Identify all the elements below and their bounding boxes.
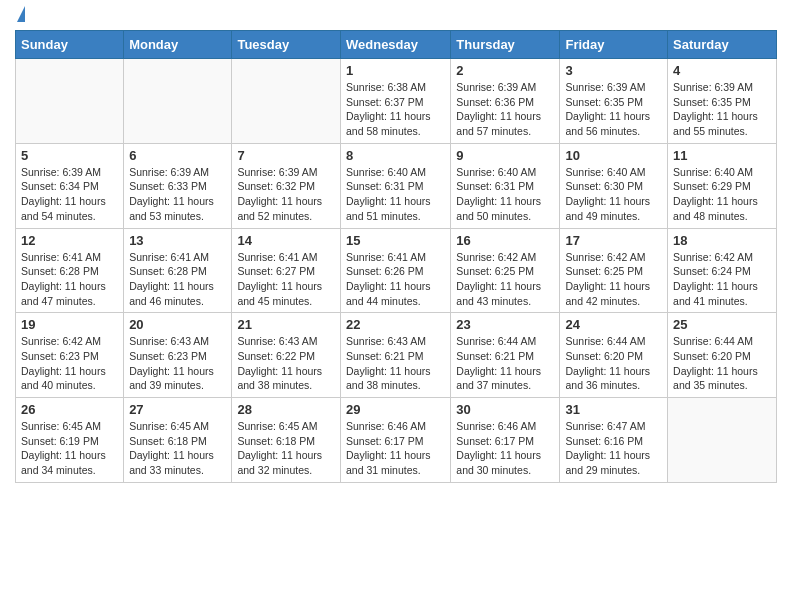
calendar-cell: 10Sunrise: 6:40 AMSunset: 6:30 PMDayligh… xyxy=(560,143,668,228)
weekday-header-sunday: Sunday xyxy=(16,31,124,59)
calendar-cell: 20Sunrise: 6:43 AMSunset: 6:23 PMDayligh… xyxy=(124,313,232,398)
day-number: 20 xyxy=(129,317,226,332)
day-number: 12 xyxy=(21,233,118,248)
day-info: Sunrise: 6:42 AMSunset: 6:24 PMDaylight:… xyxy=(673,250,771,309)
calendar-cell: 14Sunrise: 6:41 AMSunset: 6:27 PMDayligh… xyxy=(232,228,341,313)
day-number: 7 xyxy=(237,148,335,163)
calendar-cell: 17Sunrise: 6:42 AMSunset: 6:25 PMDayligh… xyxy=(560,228,668,313)
day-info: Sunrise: 6:39 AMSunset: 6:35 PMDaylight:… xyxy=(673,80,771,139)
day-number: 25 xyxy=(673,317,771,332)
calendar-cell xyxy=(668,398,777,483)
calendar-cell: 16Sunrise: 6:42 AMSunset: 6:25 PMDayligh… xyxy=(451,228,560,313)
day-info: Sunrise: 6:43 AMSunset: 6:22 PMDaylight:… xyxy=(237,334,335,393)
day-number: 11 xyxy=(673,148,771,163)
logo-triangle-icon xyxy=(17,6,25,22)
logo xyxy=(15,10,25,22)
calendar-cell: 12Sunrise: 6:41 AMSunset: 6:28 PMDayligh… xyxy=(16,228,124,313)
day-number: 6 xyxy=(129,148,226,163)
calendar-cell: 9Sunrise: 6:40 AMSunset: 6:31 PMDaylight… xyxy=(451,143,560,228)
day-info: Sunrise: 6:40 AMSunset: 6:30 PMDaylight:… xyxy=(565,165,662,224)
day-info: Sunrise: 6:42 AMSunset: 6:25 PMDaylight:… xyxy=(565,250,662,309)
calendar-cell: 22Sunrise: 6:43 AMSunset: 6:21 PMDayligh… xyxy=(340,313,450,398)
week-row-3: 19Sunrise: 6:42 AMSunset: 6:23 PMDayligh… xyxy=(16,313,777,398)
day-number: 30 xyxy=(456,402,554,417)
day-number: 21 xyxy=(237,317,335,332)
calendar-cell: 21Sunrise: 6:43 AMSunset: 6:22 PMDayligh… xyxy=(232,313,341,398)
calendar-cell: 25Sunrise: 6:44 AMSunset: 6:20 PMDayligh… xyxy=(668,313,777,398)
weekday-header-friday: Friday xyxy=(560,31,668,59)
day-number: 8 xyxy=(346,148,445,163)
day-info: Sunrise: 6:42 AMSunset: 6:23 PMDaylight:… xyxy=(21,334,118,393)
day-info: Sunrise: 6:46 AMSunset: 6:17 PMDaylight:… xyxy=(346,419,445,478)
weekday-header-monday: Monday xyxy=(124,31,232,59)
day-info: Sunrise: 6:39 AMSunset: 6:32 PMDaylight:… xyxy=(237,165,335,224)
day-info: Sunrise: 6:40 AMSunset: 6:29 PMDaylight:… xyxy=(673,165,771,224)
day-number: 10 xyxy=(565,148,662,163)
day-number: 22 xyxy=(346,317,445,332)
day-info: Sunrise: 6:39 AMSunset: 6:34 PMDaylight:… xyxy=(21,165,118,224)
logo-text xyxy=(15,10,25,22)
day-info: Sunrise: 6:43 AMSunset: 6:23 PMDaylight:… xyxy=(129,334,226,393)
day-number: 18 xyxy=(673,233,771,248)
header xyxy=(15,10,777,22)
calendar-table: SundayMondayTuesdayWednesdayThursdayFrid… xyxy=(15,30,777,483)
calendar-cell: 24Sunrise: 6:44 AMSunset: 6:20 PMDayligh… xyxy=(560,313,668,398)
week-row-4: 26Sunrise: 6:45 AMSunset: 6:19 PMDayligh… xyxy=(16,398,777,483)
week-row-1: 5Sunrise: 6:39 AMSunset: 6:34 PMDaylight… xyxy=(16,143,777,228)
day-number: 13 xyxy=(129,233,226,248)
calendar-cell: 27Sunrise: 6:45 AMSunset: 6:18 PMDayligh… xyxy=(124,398,232,483)
calendar-cell xyxy=(124,59,232,144)
calendar-cell: 26Sunrise: 6:45 AMSunset: 6:19 PMDayligh… xyxy=(16,398,124,483)
weekday-header-wednesday: Wednesday xyxy=(340,31,450,59)
calendar-cell: 4Sunrise: 6:39 AMSunset: 6:35 PMDaylight… xyxy=(668,59,777,144)
day-info: Sunrise: 6:38 AMSunset: 6:37 PMDaylight:… xyxy=(346,80,445,139)
day-info: Sunrise: 6:41 AMSunset: 6:27 PMDaylight:… xyxy=(237,250,335,309)
day-info: Sunrise: 6:45 AMSunset: 6:18 PMDaylight:… xyxy=(237,419,335,478)
day-number: 31 xyxy=(565,402,662,417)
calendar-cell: 3Sunrise: 6:39 AMSunset: 6:35 PMDaylight… xyxy=(560,59,668,144)
day-info: Sunrise: 6:41 AMSunset: 6:28 PMDaylight:… xyxy=(21,250,118,309)
day-number: 26 xyxy=(21,402,118,417)
day-info: Sunrise: 6:41 AMSunset: 6:28 PMDaylight:… xyxy=(129,250,226,309)
day-number: 19 xyxy=(21,317,118,332)
day-number: 17 xyxy=(565,233,662,248)
day-number: 1 xyxy=(346,63,445,78)
day-number: 3 xyxy=(565,63,662,78)
day-number: 14 xyxy=(237,233,335,248)
day-info: Sunrise: 6:40 AMSunset: 6:31 PMDaylight:… xyxy=(346,165,445,224)
day-info: Sunrise: 6:39 AMSunset: 6:33 PMDaylight:… xyxy=(129,165,226,224)
weekday-header-tuesday: Tuesday xyxy=(232,31,341,59)
calendar-cell: 7Sunrise: 6:39 AMSunset: 6:32 PMDaylight… xyxy=(232,143,341,228)
weekday-header-thursday: Thursday xyxy=(451,31,560,59)
day-info: Sunrise: 6:43 AMSunset: 6:21 PMDaylight:… xyxy=(346,334,445,393)
calendar-cell: 18Sunrise: 6:42 AMSunset: 6:24 PMDayligh… xyxy=(668,228,777,313)
calendar-cell: 5Sunrise: 6:39 AMSunset: 6:34 PMDaylight… xyxy=(16,143,124,228)
calendar-cell: 8Sunrise: 6:40 AMSunset: 6:31 PMDaylight… xyxy=(340,143,450,228)
day-info: Sunrise: 6:40 AMSunset: 6:31 PMDaylight:… xyxy=(456,165,554,224)
calendar-cell: 30Sunrise: 6:46 AMSunset: 6:17 PMDayligh… xyxy=(451,398,560,483)
day-number: 5 xyxy=(21,148,118,163)
calendar-cell: 6Sunrise: 6:39 AMSunset: 6:33 PMDaylight… xyxy=(124,143,232,228)
calendar-cell: 28Sunrise: 6:45 AMSunset: 6:18 PMDayligh… xyxy=(232,398,341,483)
day-info: Sunrise: 6:39 AMSunset: 6:36 PMDaylight:… xyxy=(456,80,554,139)
day-info: Sunrise: 6:47 AMSunset: 6:16 PMDaylight:… xyxy=(565,419,662,478)
week-row-0: 1Sunrise: 6:38 AMSunset: 6:37 PMDaylight… xyxy=(16,59,777,144)
calendar-cell xyxy=(232,59,341,144)
day-number: 4 xyxy=(673,63,771,78)
day-number: 9 xyxy=(456,148,554,163)
calendar-cell: 29Sunrise: 6:46 AMSunset: 6:17 PMDayligh… xyxy=(340,398,450,483)
day-info: Sunrise: 6:39 AMSunset: 6:35 PMDaylight:… xyxy=(565,80,662,139)
day-info: Sunrise: 6:42 AMSunset: 6:25 PMDaylight:… xyxy=(456,250,554,309)
day-info: Sunrise: 6:45 AMSunset: 6:18 PMDaylight:… xyxy=(129,419,226,478)
page: SundayMondayTuesdayWednesdayThursdayFrid… xyxy=(0,0,792,612)
weekday-header-row: SundayMondayTuesdayWednesdayThursdayFrid… xyxy=(16,31,777,59)
day-info: Sunrise: 6:41 AMSunset: 6:26 PMDaylight:… xyxy=(346,250,445,309)
calendar-cell: 15Sunrise: 6:41 AMSunset: 6:26 PMDayligh… xyxy=(340,228,450,313)
day-info: Sunrise: 6:46 AMSunset: 6:17 PMDaylight:… xyxy=(456,419,554,478)
day-number: 29 xyxy=(346,402,445,417)
day-info: Sunrise: 6:45 AMSunset: 6:19 PMDaylight:… xyxy=(21,419,118,478)
day-number: 28 xyxy=(237,402,335,417)
day-number: 27 xyxy=(129,402,226,417)
day-info: Sunrise: 6:44 AMSunset: 6:20 PMDaylight:… xyxy=(565,334,662,393)
calendar-cell: 1Sunrise: 6:38 AMSunset: 6:37 PMDaylight… xyxy=(340,59,450,144)
